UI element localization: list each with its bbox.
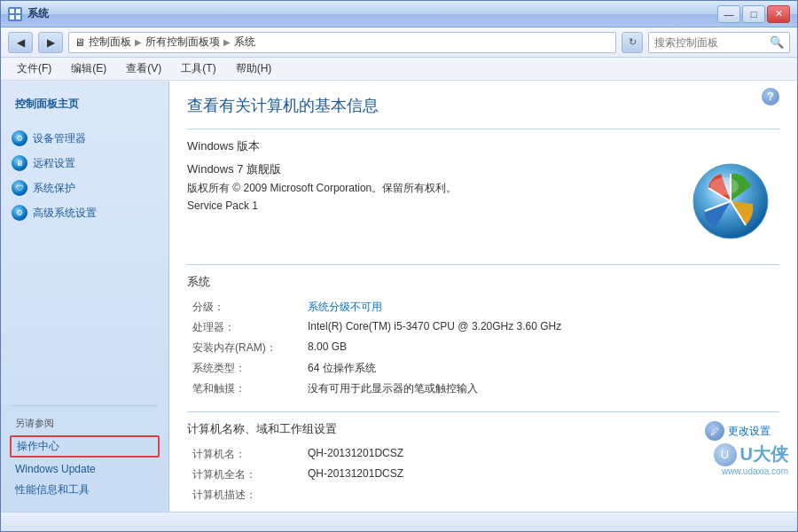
windows-logo: [691, 161, 779, 250]
menu-help[interactable]: 帮助(H): [227, 59, 281, 78]
sidebar-label-advanced: 高级系统设置: [33, 206, 97, 221]
system-label-1: 处理器：: [187, 317, 302, 338]
close-button[interactable]: ✕: [767, 5, 790, 23]
version-section: Windows 7 旗舰版 版权所有 © 2009 Microsoft Corp…: [187, 161, 779, 250]
statusbar: [1, 512, 797, 531]
breadcrumb-sep1: ▶: [135, 37, 142, 47]
titlebar: 系统 — □ ✕: [1, 1, 797, 27]
search-input[interactable]: [654, 36, 766, 49]
change-settings-button[interactable]: 🖊 更改设置: [705, 421, 771, 441]
sidebar-also-title: 另请参阅: [1, 413, 168, 434]
system-label-3: 系统类型：: [187, 358, 302, 379]
change-icon: 🖊: [705, 421, 724, 441]
computer-label-2: 计算机描述：: [187, 485, 302, 505]
svg-rect-0: [10, 9, 14, 13]
main-panel: ? 查看有关计算机的基本信息 Windows 版本 Windows 7 旗舰版 …: [169, 81, 797, 512]
menubar: 文件(F) 编辑(E) 查看(V) 工具(T) 帮助(H): [1, 58, 797, 81]
system-value-0[interactable]: 系统分级不可用: [302, 297, 779, 317]
menu-file[interactable]: 文件(F): [8, 59, 60, 78]
breadcrumb-icon: 🖥: [74, 36, 85, 49]
table-row: 分级： 系统分级不可用: [187, 297, 779, 317]
windows-update-label: Windows Update: [15, 463, 96, 475]
back-button[interactable]: ◀: [8, 32, 33, 53]
breadcrumb-part1[interactable]: 控制面板: [89, 35, 131, 50]
section-divider-1: [187, 129, 779, 129]
menu-view[interactable]: 查看(V): [117, 59, 170, 78]
table-row: 计算机名： QH-20131201DCSZ: [187, 444, 779, 465]
table-row: 笔和触摸： 没有可用于此显示器的笔或触控输入: [187, 379, 779, 399]
system-label-2: 安装内存(RAM)：: [187, 338, 302, 358]
watermark: U U大侠 www.udaxia.com: [714, 442, 788, 476]
titlebar-buttons: — □ ✕: [717, 5, 790, 23]
refresh-button[interactable]: ↻: [622, 32, 643, 53]
help-icon[interactable]: ?: [762, 88, 779, 106]
minimize-button[interactable]: —: [717, 5, 740, 23]
maximize-button[interactable]: □: [742, 5, 765, 23]
sidebar-item-performance[interactable]: 性能信息和工具: [1, 479, 168, 501]
svg-rect-3: [16, 15, 20, 20]
breadcrumb-part2[interactable]: 所有控制面板项: [145, 35, 220, 50]
system-value-2: 8.00 GB: [302, 338, 779, 358]
svg-rect-2: [10, 15, 14, 20]
table-row: 安装内存(RAM)： 8.00 GB: [187, 338, 779, 358]
system-value-4: 没有可用于此显示器的笔或触控输入: [302, 379, 779, 399]
computer-label-1: 计算机全名：: [187, 465, 302, 485]
forward-button[interactable]: ▶: [38, 32, 63, 53]
addressbar: ◀ ▶ 🖥 控制面板 ▶ 所有控制面板项 ▶ 系统 ↻ 🔍: [1, 27, 797, 58]
system-label-0: 分级：: [187, 297, 302, 317]
protection-icon: 🛡: [12, 180, 27, 196]
menu-tools[interactable]: 工具(T): [172, 59, 224, 78]
computer-section: 计算机名称、域和工作组设置 🖊 更改设置 计算机名： QH-20131201DC…: [187, 421, 779, 505]
advanced-icon: ⚙: [12, 205, 27, 221]
search-icon: 🔍: [770, 35, 784, 49]
computer-value-2: [302, 485, 779, 505]
computer-value-1: QH-20131201DCSZ: [302, 465, 779, 485]
sidebar-item-remote[interactable]: 🖥 远程设置: [1, 151, 168, 176]
sidebar-main-link[interactable]: 控制面板主页: [1, 91, 168, 117]
search-bar[interactable]: 🔍: [648, 32, 790, 53]
page-title: 查看有关计算机的基本信息: [187, 95, 779, 116]
sidebar-item-action-center[interactable]: 操作中心: [10, 435, 160, 458]
window-title: 系统: [27, 6, 717, 21]
action-center-label: 操作中心: [17, 439, 59, 454]
watermark-logo-icon: U: [714, 443, 737, 466]
section-divider-2: [187, 264, 779, 265]
sidebar-item-protection[interactable]: 🛡 系统保护: [1, 176, 168, 200]
table-row: 计算机全名： QH-20131201DCSZ: [187, 465, 779, 485]
device-manager-icon: ⚙: [12, 130, 27, 146]
sidebar-item-windows-update[interactable]: Windows Update: [1, 459, 168, 479]
version-info: Windows 7 旗舰版 版权所有 © 2009 Microsoft Corp…: [187, 161, 673, 212]
section-divider-3: [187, 411, 779, 412]
menu-edit[interactable]: 编辑(E): [62, 59, 115, 78]
sidebar-item-device-manager[interactable]: ⚙ 设备管理器: [1, 126, 168, 151]
table-row: 系统类型： 64 位操作系统: [187, 358, 779, 379]
sidebar-label-protection: 系统保护: [33, 181, 75, 196]
watermark-site: www.udaxia.com: [714, 466, 788, 476]
computer-value-0: QH-20131201DCSZ: [302, 444, 779, 465]
windows-name: Windows 7 旗舰版: [187, 161, 673, 177]
sidebar-nav-section: ⚙ 设备管理器 🖥 远程设置 🛡 系统保护 ⚙ 高级系统设置: [1, 126, 168, 225]
system-label-4: 笔和触摸：: [187, 379, 302, 399]
table-row: 处理器： Intel(R) Core(TM) i5-3470 CPU @ 3.2…: [187, 317, 779, 338]
sidebar-divider: [12, 405, 158, 406]
breadcrumb-sep2: ▶: [223, 37, 231, 47]
svg-rect-1: [16, 9, 20, 13]
sidebar: 控制面板主页 ⚙ 设备管理器 🖥 远程设置 🛡 系统保护 ⚙ 高级系统设置: [1, 81, 169, 512]
sidebar-item-advanced[interactable]: ⚙ 高级系统设置: [1, 200, 168, 225]
remote-icon: 🖥: [12, 155, 27, 171]
sidebar-label-remote: 远程设置: [33, 156, 75, 171]
change-settings-label: 更改设置: [728, 424, 771, 439]
breadcrumb[interactable]: 🖥 控制面板 ▶ 所有控制面板项 ▶ 系统: [68, 32, 616, 53]
system-info-table: 分级： 系统分级不可用 处理器： Intel(R) Core(TM) i5-34…: [187, 297, 779, 399]
window-icon: [8, 7, 22, 21]
performance-label: 性能信息和工具: [15, 482, 90, 497]
windows-version-heading: Windows 版本: [187, 138, 779, 154]
main-window: 系统 — □ ✕ ◀ ▶ 🖥 控制面板 ▶ 所有控制面板项 ▶ 系统 ↻ 🔍 文…: [0, 0, 798, 532]
watermark-u-text: U大侠: [740, 442, 788, 466]
svg-point-10: [710, 177, 739, 195]
breadcrumb-part3[interactable]: 系统: [234, 35, 255, 50]
computer-label-0: 计算机名：: [187, 444, 302, 465]
content-area: 控制面板主页 ⚙ 设备管理器 🖥 远程设置 🛡 系统保护 ⚙ 高级系统设置: [1, 81, 797, 512]
system-heading: 系统: [187, 274, 779, 290]
windows-copyright: 版权所有 © 2009 Microsoft Corporation。保留所有权利…: [187, 181, 673, 196]
